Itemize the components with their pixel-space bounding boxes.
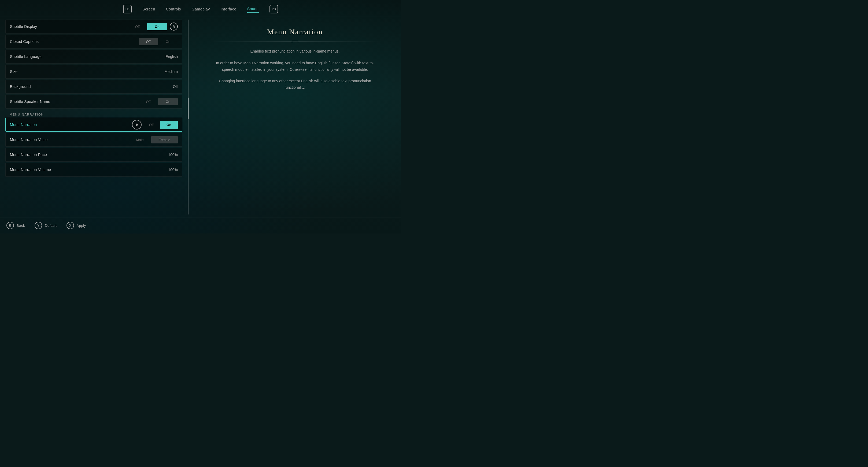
apply-label: Apply <box>77 224 86 227</box>
default-icon: Y <box>35 222 42 229</box>
bottom-bar: B Back Y Default X Apply <box>0 217 401 234</box>
menu-narration-voice-male[interactable]: Male <box>128 136 151 144</box>
circle-indicator <box>132 120 142 129</box>
menu-narration-voice-female[interactable]: Female <box>151 136 178 144</box>
setting-menu-narration-voice[interactable]: Menu Narration Voice Male Female <box>5 133 182 147</box>
r-button-subtitle: R <box>170 23 178 31</box>
menu-narration-voice-label: Menu Narration Voice <box>10 137 48 142</box>
background-value: Off <box>173 85 178 89</box>
default-button[interactable]: Y Default <box>35 222 57 229</box>
panel-long-desc1: In order to have Menu Narration working,… <box>215 60 375 73</box>
nav-item-controls[interactable]: Controls <box>166 6 181 12</box>
menu-narration-off[interactable]: Off <box>143 121 160 129</box>
nav-item-screen[interactable]: Screen <box>143 6 155 12</box>
menu-narration-on[interactable]: On <box>160 121 178 129</box>
closed-captions-toggle[interactable]: Off On <box>138 38 178 45</box>
subtitle-language-value: English <box>165 55 178 59</box>
circle-dot <box>136 124 138 126</box>
setting-background[interactable]: Background Off <box>5 80 182 94</box>
closed-captions-on[interactable]: On <box>158 38 178 45</box>
subtitle-speaker-name-on[interactable]: On <box>158 98 178 105</box>
menu-narration-pace-label: Menu Narration Pace <box>10 153 47 157</box>
setting-menu-narration-volume[interactable]: Menu Narration Volume 100% <box>5 163 182 177</box>
setting-subtitle-speaker-name[interactable]: Subtitle Speaker Name Off On <box>5 95 182 108</box>
closed-captions-label: Closed Captions <box>10 39 39 44</box>
back-label: Back <box>17 224 25 227</box>
subtitle-display-right: Off On R <box>128 23 178 31</box>
size-label: Size <box>10 69 18 74</box>
subtitle-speaker-name-toggle[interactable]: Off On <box>138 98 178 105</box>
info-panel: Menu Narration Enables text pronunciatio… <box>189 17 401 217</box>
size-value: Medium <box>164 69 178 74</box>
closed-captions-off[interactable]: Off <box>138 38 158 45</box>
setting-menu-narration-pace[interactable]: Menu Narration Pace 100% <box>5 148 182 162</box>
subtitle-display-off[interactable]: Off <box>128 23 147 30</box>
panel-divider <box>210 41 380 42</box>
setting-closed-captions[interactable]: Closed Captions Off On <box>5 35 182 49</box>
subtitle-speaker-name-off[interactable]: Off <box>138 98 158 105</box>
subtitle-language-label: Subtitle Language <box>10 55 41 59</box>
subtitle-display-toggle[interactable]: Off On <box>128 23 167 30</box>
subtitle-speaker-name-label: Subtitle Speaker Name <box>10 99 50 104</box>
lb-button[interactable]: LB <box>123 5 132 13</box>
rb-button[interactable]: RB <box>270 5 278 13</box>
menu-narration-section-header: MENU NARRATION <box>5 110 182 118</box>
default-label: Default <box>45 224 57 227</box>
setting-subtitle-display[interactable]: Subtitle Display Off On R <box>5 20 182 33</box>
nav-item-interface[interactable]: Interface <box>221 6 237 12</box>
setting-size[interactable]: Size Medium <box>5 65 182 79</box>
scrollbar[interactable] <box>188 20 189 215</box>
main-area: Subtitle Display Off On R Closed Caption… <box>0 17 401 217</box>
menu-narration-volume-value: 100% <box>168 167 178 172</box>
back-button[interactable]: B Back <box>6 222 25 229</box>
setting-subtitle-language[interactable]: Subtitle Language English <box>5 50 182 64</box>
panel-title: Menu Narration <box>267 28 323 36</box>
menu-narration-volume-label: Menu Narration Volume <box>10 167 51 172</box>
top-navigation: LB Screen Controls Gameplay Interface So… <box>0 0 401 17</box>
menu-narration-toggle[interactable]: Off On <box>132 120 178 129</box>
setting-menu-narration[interactable]: Menu Narration Off On <box>5 118 182 132</box>
subtitle-display-label: Subtitle Display <box>10 24 37 29</box>
menu-narration-voice-toggle[interactable]: Male Female <box>128 136 178 144</box>
scroll-thumb <box>188 98 189 119</box>
apply-icon: X <box>66 222 74 229</box>
background-label: Background <box>10 85 31 89</box>
subtitle-display-on[interactable]: On <box>147 23 167 30</box>
menu-narration-pace-value: 100% <box>168 153 178 157</box>
panel-short-desc: Enables text pronunciation in various in… <box>250 48 339 55</box>
settings-panel: Subtitle Display Off On R Closed Caption… <box>0 17 188 217</box>
menu-narration-label: Menu Narration <box>10 123 37 127</box>
main-content: LB Screen Controls Gameplay Interface So… <box>0 0 401 234</box>
nav-item-sound[interactable]: Sound <box>247 6 259 12</box>
apply-button[interactable]: X Apply <box>66 222 86 229</box>
nav-item-gameplay[interactable]: Gameplay <box>192 6 210 12</box>
panel-long-desc2: Changing interface language to any other… <box>215 78 375 91</box>
back-icon: B <box>6 222 14 229</box>
